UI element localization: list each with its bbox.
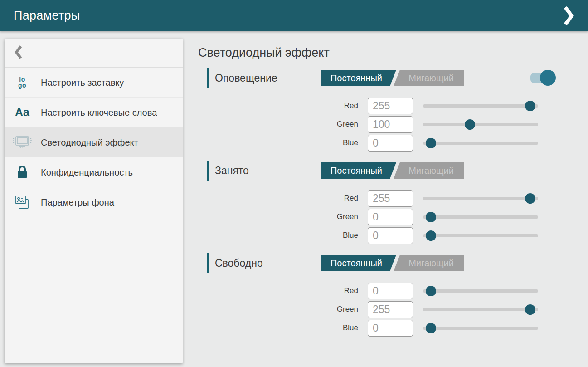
page-title: Параметры bbox=[14, 9, 80, 23]
sidebar-item-label: Светодиодный эффект bbox=[41, 137, 138, 148]
red-value-input[interactable] bbox=[368, 190, 413, 207]
blue-label: Blue bbox=[198, 231, 358, 240]
slider-thumb[interactable] bbox=[465, 119, 475, 130]
slider-thumb[interactable] bbox=[426, 230, 436, 241]
settings-sidebar: logo Настроить заставку Aa Настроить клю… bbox=[5, 39, 183, 363]
sidebar-item-splash-screen[interactable]: logo Настроить заставку bbox=[5, 68, 183, 98]
green-value-input[interactable] bbox=[368, 209, 413, 225]
mode-segmented-control: Постоянный Мигающий bbox=[321, 255, 464, 271]
green-row: Green bbox=[198, 301, 588, 318]
section-header: Свободно Постоянный Мигающий bbox=[198, 253, 588, 273]
section-header: Оповещение Постоянный Мигающий bbox=[198, 68, 588, 88]
sidebar-item-background[interactable]: Параметры фона bbox=[5, 187, 183, 217]
section-title: Оповещение bbox=[207, 68, 277, 88]
chevron-right-icon[interactable] bbox=[561, 5, 577, 27]
green-label: Green bbox=[198, 305, 358, 314]
section-free: Свободно Постоянный Мигающий Red Green bbox=[198, 253, 588, 336]
rgb-controls: Red Green Blue bbox=[198, 190, 588, 244]
blinking-mode-button[interactable]: Мигающий bbox=[394, 255, 464, 271]
led-display-icon bbox=[12, 135, 33, 150]
slider-track bbox=[423, 327, 538, 330]
green-label: Green bbox=[198, 120, 358, 129]
rgb-controls: Red Green Blue bbox=[198, 98, 588, 151]
slider-track bbox=[423, 234, 538, 237]
red-row: Red bbox=[198, 283, 588, 299]
lock-icon bbox=[12, 165, 33, 180]
blue-slider[interactable] bbox=[423, 323, 538, 333]
slider-thumb[interactable] bbox=[525, 304, 535, 315]
green-row: Green bbox=[198, 116, 588, 132]
green-row: Green bbox=[198, 209, 588, 225]
red-row: Red bbox=[198, 98, 588, 114]
notification-toggle-switch[interactable] bbox=[530, 70, 556, 86]
green-slider[interactable] bbox=[423, 304, 538, 315]
slider-track bbox=[423, 289, 538, 293]
sidebar-item-label: Конфиденциальность bbox=[41, 166, 133, 178]
blue-row: Blue bbox=[198, 135, 588, 151]
background-images-icon bbox=[12, 194, 33, 210]
section-header: Занято Постоянный Мигающий bbox=[198, 161, 588, 181]
section-title: Свободно bbox=[207, 253, 263, 273]
aa-icon: Aa bbox=[12, 106, 33, 119]
sidebar-item-label: Настроить заставку bbox=[41, 77, 124, 88]
mode-segmented-control: Постоянный Мигающий bbox=[321, 162, 464, 179]
slider-track bbox=[423, 142, 538, 145]
app-header: Параметры bbox=[0, 0, 588, 31]
switch-knob bbox=[540, 70, 556, 86]
red-value-input[interactable] bbox=[368, 98, 413, 114]
slider-track bbox=[423, 104, 538, 108]
mode-segmented-control: Постоянный Мигающий bbox=[321, 70, 464, 86]
red-slider[interactable] bbox=[423, 286, 538, 296]
blue-value-input[interactable] bbox=[368, 227, 413, 244]
green-value-input[interactable] bbox=[368, 116, 413, 133]
logo-icon: logo bbox=[12, 77, 33, 88]
sidebar-item-led-effect[interactable]: Светодиодный эффект bbox=[5, 127, 183, 157]
blue-slider[interactable] bbox=[423, 138, 538, 148]
slider-track bbox=[423, 123, 538, 126]
blue-row: Blue bbox=[198, 320, 588, 336]
red-slider[interactable] bbox=[423, 193, 538, 204]
constant-mode-button[interactable]: Постоянный bbox=[321, 70, 396, 86]
red-slider[interactable] bbox=[423, 101, 538, 111]
blinking-mode-button[interactable]: Мигающий bbox=[394, 162, 464, 179]
slider-thumb[interactable] bbox=[426, 286, 436, 296]
slider-thumb[interactable] bbox=[426, 323, 436, 333]
blue-label: Blue bbox=[198, 323, 358, 333]
blinking-mode-button[interactable]: Мигающий bbox=[394, 70, 464, 86]
green-label: Green bbox=[198, 212, 358, 221]
led-effect-panel: Светодиодный эффект Оповещение Постоянны… bbox=[198, 31, 588, 336]
green-value-input[interactable] bbox=[368, 301, 413, 318]
rgb-controls: Red Green Blue bbox=[198, 283, 588, 336]
slider-track bbox=[423, 308, 538, 311]
section-busy: Занято Постоянный Мигающий Red Green bbox=[198, 161, 588, 244]
blue-slider[interactable] bbox=[423, 230, 538, 241]
sidebar-item-privacy[interactable]: Конфиденциальность bbox=[5, 157, 183, 187]
chevron-left-icon bbox=[15, 45, 22, 61]
section-title: Занято bbox=[207, 161, 249, 181]
blue-label: Blue bbox=[198, 138, 358, 147]
constant-mode-button[interactable]: Постоянный bbox=[321, 255, 396, 271]
blue-value-input[interactable] bbox=[368, 320, 413, 337]
red-label: Red bbox=[198, 194, 358, 203]
slider-track bbox=[423, 215, 538, 219]
sidebar-back-button[interactable] bbox=[5, 39, 183, 68]
red-value-input[interactable] bbox=[368, 283, 413, 299]
red-label: Red bbox=[198, 101, 358, 110]
sidebar-item-label: Настроить ключевые слова bbox=[41, 107, 157, 118]
slider-thumb[interactable] bbox=[525, 101, 535, 111]
slider-thumb[interactable] bbox=[426, 212, 436, 222]
red-label: Red bbox=[198, 286, 358, 295]
green-slider[interactable] bbox=[423, 119, 538, 130]
slider-thumb[interactable] bbox=[525, 193, 535, 204]
blue-value-input[interactable] bbox=[368, 135, 413, 152]
green-slider[interactable] bbox=[423, 212, 538, 222]
sidebar-item-keywords[interactable]: Aa Настроить ключевые слова bbox=[5, 98, 183, 127]
section-notification: Оповещение Постоянный Мигающий Red Green bbox=[198, 68, 588, 151]
red-row: Red bbox=[198, 190, 588, 206]
slider-thumb[interactable] bbox=[426, 138, 436, 148]
panel-title: Светодиодный эффект bbox=[198, 45, 588, 60]
slider-track bbox=[423, 197, 538, 200]
constant-mode-button[interactable]: Постоянный bbox=[321, 162, 396, 179]
blue-row: Blue bbox=[198, 227, 588, 244]
sidebar-item-label: Параметры фона bbox=[41, 196, 114, 208]
